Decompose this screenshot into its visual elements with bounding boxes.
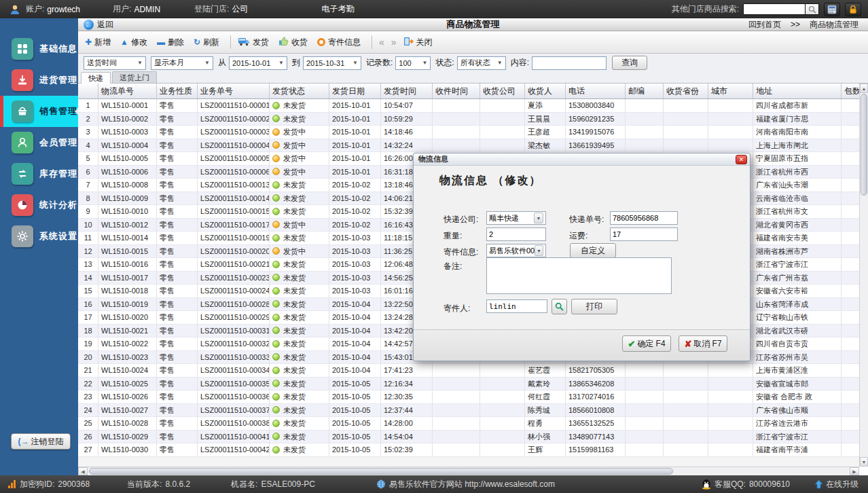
remark-textarea[interactable] [486, 257, 672, 294]
sidebar-item-settings[interactable]: 系统设置 [0, 221, 78, 252]
close-button[interactable]: 关闭 [403, 37, 433, 48]
column-header[interactable]: 邮编 [626, 84, 664, 98]
weight-input[interactable] [486, 227, 546, 241]
time-field-select[interactable]: 送货时间▼ [84, 56, 146, 70]
column-header[interactable]: 包数 [842, 84, 859, 98]
ok-button[interactable]: ✔确定 F4 [622, 335, 671, 352]
official-site-link[interactable]: 易售乐软件官方网站 http://www.esalesoft.com [389, 479, 555, 490]
scroll-right-icon[interactable]: ▶ [850, 467, 859, 475]
column-header[interactable]: 发货时间 [381, 84, 433, 98]
column-header[interactable]: 城市 [708, 84, 753, 98]
user-avatar-icon [10, 4, 20, 15]
sidebar-item-stock[interactable]: 库存管理 [0, 158, 78, 189]
table-row[interactable]: 4WL1510-0004零售LSZ00011510-00004发货中2015-1… [78, 139, 859, 153]
table-cell: 13 [78, 258, 98, 271]
prev-page-icon[interactable]: « [379, 37, 384, 48]
stock-swap-icon [12, 163, 33, 185]
ship-info-button[interactable]: 寄件信息 [317, 37, 361, 48]
table-row[interactable]: 24WL1510-0027零售LSZ00011510-00037未发货2015-… [78, 404, 859, 418]
table-row[interactable]: 21WL1510-0024零售LSZ00011510-00034未发货2015-… [78, 364, 859, 378]
column-header[interactable]: 收货人 [525, 84, 566, 98]
column-header[interactable]: 业务单号 [198, 84, 270, 98]
online-upgrade-link[interactable]: 在线升级 [814, 479, 858, 490]
query-button[interactable]: 查询 [612, 56, 647, 70]
sidebar-item-stats[interactable]: 统计分析 [0, 189, 78, 221]
table-row[interactable]: 2WL1510-0002零售LSZ00011510-00002未发货2015-1… [78, 113, 859, 126]
tab-home-delivery[interactable]: 送货上门 [112, 71, 157, 83]
close-icon[interactable]: ✕ [736, 155, 747, 164]
dialog-title-bar[interactable]: 物流信息 ✕ [414, 153, 750, 166]
print-button[interactable]: 打印 [571, 299, 617, 314]
cancel-button[interactable]: ✘取消 F7 [679, 335, 727, 352]
calculator-icon[interactable] [824, 3, 840, 16]
back-link[interactable]: 返回 [97, 19, 113, 31]
column-header[interactable]: 收货公司 [480, 84, 525, 98]
column-header[interactable] [78, 84, 98, 98]
exit-icon [403, 37, 414, 48]
vertical-scrollbar[interactable]: ▲ ▼ [859, 84, 868, 467]
courier-select[interactable]: 顺丰快递▼ [486, 211, 546, 225]
table-row[interactable]: 27WL1510-0030零售LSZ00011510-00042未发货2015-… [78, 443, 859, 457]
scroll-left-icon[interactable]: ◀ [78, 467, 88, 475]
column-header[interactable]: 物流单号 [98, 84, 157, 98]
home-link[interactable]: 回到首页 [748, 19, 781, 31]
table-cell: WL1510-0022 [98, 337, 157, 350]
sidebar-item-purchase[interactable]: 进货管理 [0, 65, 78, 96]
horizontal-scrollbar-thumb[interactable] [89, 468, 673, 475]
sidebar-item-members[interactable]: 会员管理 [0, 127, 78, 158]
column-header[interactable]: 发货状态 [270, 84, 329, 98]
sender-input[interactable] [486, 299, 547, 313]
column-header[interactable]: 业务性质 [157, 84, 198, 98]
from-date-picker[interactable]: 2015-10-01▼ [229, 56, 287, 70]
table-row[interactable]: 1WL1510-0001零售LSZ00011510-00001未发货2015-1… [78, 99, 859, 113]
table-row[interactable]: 25WL1510-0028零售LSZ00011510-00038未发货2015-… [78, 417, 859, 431]
table-cell: 14:32:24 [381, 139, 433, 152]
table-row[interactable]: 3WL1510-0003零售LSZ00011510-00003发货中2015-1… [78, 126, 859, 139]
column-header[interactable]: 电话 [566, 84, 626, 98]
refresh-button[interactable]: ↻刷新 [194, 37, 219, 48]
table-cell: 2015-10-05 [329, 431, 381, 443]
scroll-up-icon[interactable]: ▲ [860, 84, 868, 93]
sender-info-select[interactable]: 易售乐软件001▼ [486, 244, 546, 257]
ship-button[interactable]: 发货 [238, 37, 269, 48]
tab-express[interactable]: 快递 [81, 72, 111, 84]
sidebar-item-sales[interactable]: 销售管理 [0, 96, 78, 127]
table-row[interactable]: 26WL1510-0029零售LSZ00011510-00041未发货2015-… [78, 431, 859, 444]
table-cell: WL1510-0030 [98, 443, 157, 456]
search-icon[interactable] [806, 3, 819, 15]
back-icon[interactable]: ← [84, 20, 94, 30]
column-header[interactable]: 收货省份 [664, 84, 708, 98]
delete-button[interactable]: ▬删除 [157, 37, 184, 48]
table-row[interactable]: 23WL1510-0026零售LSZ00011510-00036未发货2015-… [78, 390, 859, 404]
to-date-picker[interactable]: 2015-10-31▼ [303, 56, 361, 70]
sidebar-item-base-info[interactable]: 基础信息 [0, 33, 78, 65]
add-button[interactable]: ✚新增 [85, 37, 111, 48]
table-row[interactable]: 22WL1510-0025零售LSZ00011510-00035未发货2015-… [78, 378, 859, 391]
period-select[interactable]: 显示本月▼ [151, 56, 213, 70]
receive-button[interactable]: 收货 [278, 36, 308, 48]
custom-button[interactable]: 自定义 [570, 243, 616, 258]
horizontal-scrollbar[interactable]: ◀ ▶ [78, 467, 859, 475]
attendance-link[interactable]: 电子考勤 [321, 3, 354, 15]
freight-input[interactable] [610, 227, 678, 241]
shop-search-input[interactable] [743, 3, 806, 15]
content-input[interactable] [532, 56, 607, 70]
status-select[interactable]: 所有状态▼ [457, 56, 506, 70]
vertical-scrollbar-thumb[interactable] [861, 94, 867, 196]
scroll-down-icon[interactable]: ▼ [860, 457, 868, 467]
lock-icon[interactable] [845, 3, 861, 16]
logout-button[interactable]: (→ 注销登陆 [11, 433, 71, 450]
column-header[interactable]: 地址 [753, 84, 842, 98]
column-header[interactable]: 发货日期 [329, 84, 381, 98]
table-cell: 零售 [157, 258, 198, 271]
tracking-input[interactable] [610, 211, 678, 225]
page-title-bar: ← 返回 商品物流管理 回到首页 >> 商品物流管理 [78, 18, 868, 31]
column-header[interactable]: 收件时间 [433, 84, 480, 98]
table-cell: 14:54:04 [381, 431, 433, 443]
table-cell: 15159981163 [566, 443, 626, 456]
table-cell: 2015-10-04 [329, 337, 381, 350]
records-select[interactable]: 100▼ [395, 56, 431, 70]
lookup-magnifier-icon[interactable] [551, 299, 567, 314]
edit-button[interactable]: ▲修改 [120, 37, 147, 48]
next-page-icon[interactable]: » [391, 37, 397, 48]
